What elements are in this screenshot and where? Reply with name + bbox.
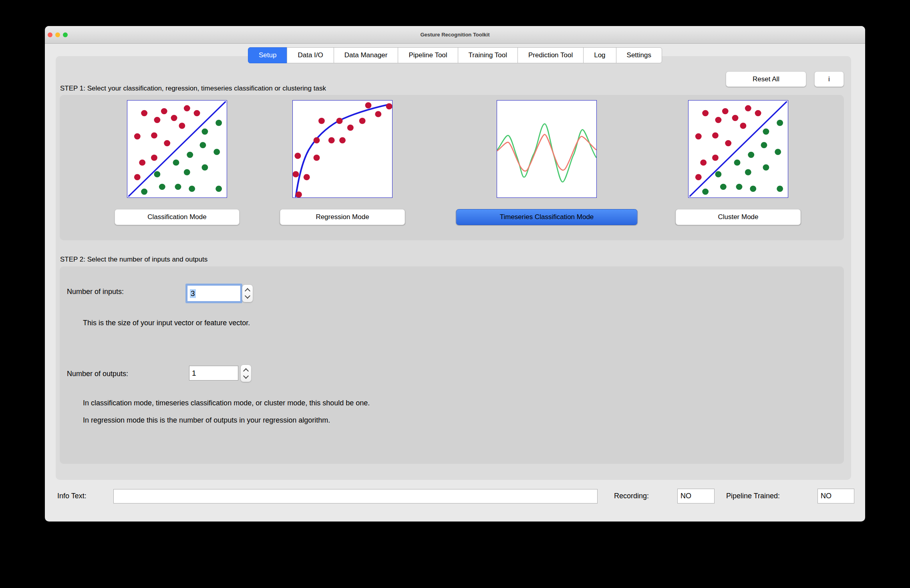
- content-panel: Reset All i STEP 1: Select your classifi…: [56, 56, 851, 480]
- cluster-mode-card: Cluster Mode: [688, 95, 788, 240]
- pipeline-trained-label: Pipeline Trained:: [726, 492, 780, 500]
- timeseries-classification-mode-card: Timeseries Classification Mode: [497, 95, 597, 240]
- tab-setup[interactable]: Setup: [248, 47, 287, 63]
- number-of-outputs-stepper[interactable]: [240, 364, 252, 382]
- tab-training-tool[interactable]: Training Tool: [458, 47, 518, 63]
- number-of-outputs-field[interactable]: 1: [189, 366, 238, 381]
- recording-value-field: NO: [677, 489, 715, 503]
- regression-mode-image: [292, 100, 393, 198]
- outputs-hint-line2: In regression mode this is the number of…: [83, 416, 330, 425]
- number-of-outputs-label: Number of outputs:: [67, 370, 128, 378]
- regression-mode-card: Regression Mode: [292, 95, 393, 240]
- number-of-inputs-stepper[interactable]: [242, 284, 253, 302]
- recording-label: Recording:: [614, 492, 649, 500]
- stepper-down-icon[interactable]: [243, 373, 249, 379]
- step1-heading: STEP 1: Select your classification, regr…: [60, 85, 326, 93]
- cluster-mode-button[interactable]: Cluster Mode: [676, 209, 801, 225]
- cluster-mode-image: [688, 100, 788, 198]
- number-of-outputs-value: 1: [192, 369, 196, 378]
- outputs-hint-line1: In classification mode, timeseries class…: [83, 399, 370, 407]
- step2-panel: Number of inputs: 3 This is the size of …: [60, 266, 844, 464]
- info-text-label: Info Text:: [57, 492, 87, 500]
- classification-mode-image: [127, 100, 227, 198]
- tab-bar: SetupData I/OData ManagerPipeline ToolTr…: [248, 47, 662, 63]
- classification-mode-card: Classification Mode: [127, 95, 227, 240]
- tab-pipeline-tool[interactable]: Pipeline Tool: [398, 47, 458, 63]
- title-bar: Gesture Recognition Toolkit: [45, 26, 865, 44]
- number-of-inputs-field[interactable]: 3: [187, 285, 241, 302]
- number-of-inputs-value: 3: [190, 289, 196, 298]
- inputs-hint: This is the size of your input vector or…: [83, 319, 250, 327]
- tab-prediction-tool[interactable]: Prediction Tool: [517, 47, 584, 63]
- step1-panel: Classification ModeRegression ModeTimese…: [60, 95, 844, 240]
- timeseries-classification-mode-image: [497, 100, 597, 198]
- minimize-button[interactable]: [55, 32, 60, 37]
- info-text-input[interactable]: [113, 489, 598, 503]
- pipeline-trained-value-field: NO: [817, 489, 854, 503]
- number-of-inputs-label: Number of inputs:: [67, 288, 124, 296]
- step2-heading: STEP 2: Select the number of inputs and …: [60, 256, 207, 264]
- app-window: Gesture Recognition Toolkit SetupData I/…: [45, 26, 865, 522]
- reset-all-button[interactable]: Reset All: [726, 71, 806, 87]
- tab-data-manager[interactable]: Data Manager: [334, 47, 399, 63]
- tab-log[interactable]: Log: [583, 47, 616, 63]
- zoom-button[interactable]: [63, 32, 68, 37]
- tab-data-i-o[interactable]: Data I/O: [287, 47, 334, 63]
- classification-mode-button[interactable]: Classification Mode: [115, 209, 240, 225]
- window-title: Gesture Recognition Toolkit: [420, 32, 489, 38]
- close-button[interactable]: [48, 32, 52, 37]
- info-button[interactable]: i: [814, 71, 844, 87]
- traffic-lights: [48, 32, 68, 37]
- regression-mode-button[interactable]: Regression Mode: [280, 209, 405, 225]
- stepper-down-icon[interactable]: [245, 293, 250, 299]
- timeseries-classification-mode-button[interactable]: Timeseries Classification Mode: [456, 209, 638, 225]
- tab-settings[interactable]: Settings: [616, 47, 662, 63]
